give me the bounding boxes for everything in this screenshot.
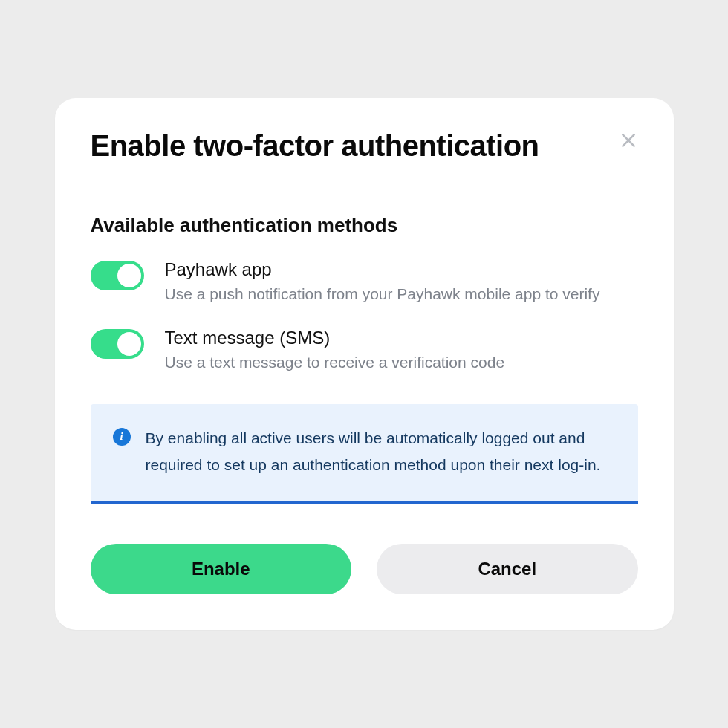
method-description: Use a push notification from your Payhaw…: [165, 283, 638, 305]
info-icon: i: [113, 428, 131, 446]
cancel-button[interactable]: Cancel: [377, 544, 638, 594]
info-banner: i By enabling all active users will be a…: [91, 404, 638, 504]
toggle-sms[interactable]: [91, 329, 144, 359]
toggle-payhawk-app[interactable]: [91, 261, 144, 290]
enable-2fa-modal: Enable two-factor authentication Availab…: [55, 98, 674, 630]
method-text: Payhawk app Use a push notification from…: [165, 259, 638, 305]
close-icon: [619, 131, 638, 150]
button-row: Enable Cancel: [91, 544, 638, 594]
enable-button[interactable]: Enable: [91, 544, 352, 594]
toggle-knob: [117, 264, 141, 287]
method-title: Payhawk app: [165, 259, 638, 280]
modal-title: Enable two-factor authentication: [91, 129, 638, 162]
method-description: Use a text message to receive a verifica…: [165, 351, 638, 374]
method-row-sms: Text message (SMS) Use a text message to…: [91, 328, 638, 374]
method-title: Text message (SMS): [165, 328, 638, 348]
method-row-payhawk-app: Payhawk app Use a push notification from…: [91, 259, 638, 305]
toggle-knob: [117, 332, 141, 356]
section-heading: Available authentication methods: [91, 214, 638, 237]
info-text: By enabling all active users will be aut…: [146, 425, 616, 480]
method-text: Text message (SMS) Use a text message to…: [165, 328, 638, 374]
close-button[interactable]: [616, 128, 641, 153]
